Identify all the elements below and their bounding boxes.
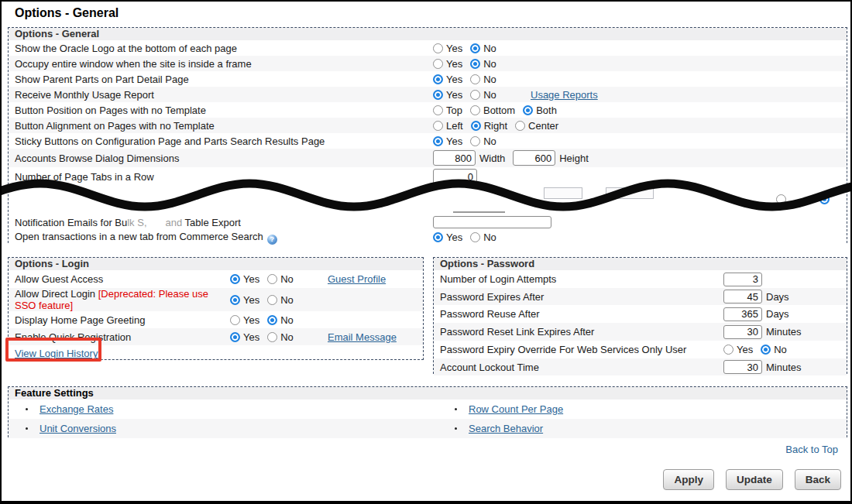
radio-right-selected[interactable] [471,121,481,131]
row-count-per-page-link[interactable]: Row Count Per Page [469,403,563,415]
update-button[interactable]: Update [726,469,783,490]
radio-no-selected[interactable] [761,345,771,355]
radio-no[interactable] [470,136,480,146]
radio-group: Yes No [723,344,795,355]
setting-row-open-transactions: Open transactions in a new tab from Comm… [9,231,847,243]
bullet-icon [26,427,28,430]
radio-yes-selected[interactable] [433,232,443,242]
radio-no[interactable] [267,274,277,284]
setting-row-reset-link-expires: Password Reset Link Expires After Minute… [434,323,847,341]
row-label: Password Expiry Override For Web Service… [440,344,723,355]
radio-group: Yes No [433,89,531,101]
radio-yes-selected[interactable] [230,274,240,284]
dialog-width-input[interactable] [433,150,476,166]
exchange-rates-link[interactable]: Exchange Rates [40,403,113,415]
row-label: Receive Monthly Usage Report [15,89,433,101]
setting-row-oracle-logo: Show the Oracle Logo at the bottom of ea… [9,40,847,56]
password-reuse-input[interactable] [723,307,762,321]
feature-links-row: Unit Conversions Search Behavior [9,419,847,438]
row-label: Number of Login Attempts [440,273,723,285]
app-window: Options - General Options - General Show… [0,0,852,504]
days-unit-label: Days [766,308,789,320]
row-label: Account Lockout Time [440,362,723,373]
torn-remnant-line [453,211,505,213]
notification-emails-input[interactable] [433,216,551,228]
page-tabs-input[interactable] [433,169,477,184]
radio-group: Yes No [230,273,328,285]
radio-no-selected[interactable] [470,59,480,69]
radio-group: Top Bottom Both [433,105,565,116]
back-to-top-link[interactable]: Back to Top [785,444,838,455]
setting-row-direct-login: Allow Direct Login [Deprecated: Please u… [9,288,423,311]
radio-group: Yes No [230,294,301,306]
width-unit-label: Width [479,153,505,164]
radio-both-selected[interactable] [523,105,533,115]
reset-link-expires-input[interactable] [723,325,762,339]
row-label: Enable Quick Registration [15,331,230,343]
setting-row-parent-parts: Show Parent Parts on Part Detail Page Ye… [9,71,847,87]
setting-row-home-greeting: Display Home Page Greeting Yes No [9,311,423,328]
section-header-features: Feature Settings [9,387,847,399]
apply-button[interactable]: Apply [663,469,714,490]
guest-profile-link[interactable]: Guest Profile [328,273,386,285]
page-title: Options - General [15,6,119,20]
usage-reports-link[interactable]: Usage Reports [531,89,598,101]
row-label-torn: Notification Emails for Bulk S,and Table… [15,217,433,228]
radio-no-selected[interactable] [267,315,277,325]
radio-group: Yes No [433,135,504,147]
radio-yes[interactable] [433,59,443,69]
row-label: Button Position on Pages with no Templat… [15,105,433,116]
action-button-bar: Apply Update Back [663,469,841,490]
radio-yes-selected[interactable] [230,295,240,305]
radio-center[interactable] [515,121,525,131]
radio-no-selected[interactable] [470,43,480,53]
radio-yes[interactable] [230,315,240,325]
section-options-password: Options - Password Number of Login Attem… [433,257,847,374]
radio-yes[interactable] [723,345,733,355]
row-label: Password Expires After [440,291,723,303]
row-label: Accounts Browse Dialog Dimensions [15,153,433,164]
section-feature-settings: Feature Settings Exchange Rates Row Coun… [8,386,847,437]
setting-row-quick-registration: Enable Quick Registration Yes No Email M… [9,328,423,345]
radio-yes-selected[interactable] [433,74,443,84]
feature-links-row: Exchange Rates Row Count Per Page [9,399,847,419]
radio-no[interactable] [267,332,277,342]
setting-row-account-lockout: Account Lockout Time Minutes [434,358,847,375]
view-login-history-link[interactable]: View Login History [15,348,98,359]
radio-yes[interactable] [433,43,443,53]
search-behavior-link[interactable]: Search Behavior [469,423,543,434]
radio-group: Yes No [433,231,504,243]
radio-group: Yes No [433,58,504,70]
email-message-link[interactable]: Email Message [328,331,397,343]
setting-row-occupy-window: Occupy entire window when the site is in… [9,56,847,71]
bullet-icon [455,408,457,410]
radio-no[interactable] [470,74,480,84]
password-expires-input[interactable] [723,290,762,303]
radio-no[interactable] [267,295,277,305]
radio-bottom[interactable] [470,105,480,115]
radio-yes-selected[interactable] [433,90,443,100]
back-button[interactable]: Back [795,469,841,490]
account-lockout-input[interactable] [723,360,762,374]
login-attempts-input[interactable] [723,273,762,286]
help-icon[interactable]: ? [267,235,277,245]
minutes-unit-label: Minutes [766,326,802,338]
radio-top[interactable] [433,105,443,115]
radio-left[interactable] [433,121,443,131]
height-unit-label: Height [559,153,589,164]
row-label: Allow Guest Access [15,273,230,285]
setting-row-notification-emails: Notification Emails for Bulk S,and Table… [9,212,847,232]
radio-yes-selected[interactable] [230,332,240,342]
radio-no[interactable] [470,232,480,242]
unit-conversions-link[interactable]: Unit Conversions [40,423,116,434]
row-label: Show Parent Parts on Part Detail Page [15,74,433,85]
radio-no[interactable] [470,90,480,100]
section-header-login: Options - Login [9,258,423,270]
section-options-general: Options - General Show the Oracle Logo a… [8,27,847,243]
dialog-height-input[interactable] [513,150,555,166]
section-header-password: Options - Password [434,258,847,270]
setting-row-page-tabs: Number of Page Tabs in a Row [9,167,847,186]
torn-remnant-box [544,187,582,199]
setting-row-sticky-buttons: Sticky Buttons on Configuration Page and… [9,133,847,149]
radio-yes-selected[interactable] [433,136,443,146]
